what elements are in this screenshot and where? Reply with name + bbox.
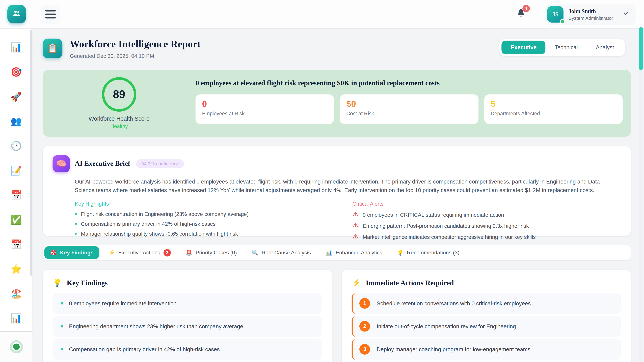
page-scrollbar-track[interactable] <box>639 29 643 362</box>
immediate-actions-card-title: Immediate Actions Required <box>366 279 454 287</box>
tab-priority-cases[interactable]: 🚨 Priority Cases (0) <box>180 246 243 259</box>
tab-recommendations[interactable]: 💡 Recommendations (3) <box>391 246 465 259</box>
bullet-dot <box>75 213 77 215</box>
main-content: 📋 Workforce Intelligence Report Generate… <box>33 29 644 362</box>
health-score-value: 89 <box>113 88 125 101</box>
user-menu[interactable]: JS John Smith System Administrator <box>545 3 636 25</box>
ai-brief-title: AI Executive Brief <box>75 160 130 168</box>
highlight-item: Manager relationship quality shows -0.65… <box>75 231 352 237</box>
section-tabs: 🎯 Key Findings ⚡ Executive Actions 3 🚨 P… <box>43 245 631 260</box>
sidebar-footer <box>0 331 32 362</box>
stat-cost-at-risk: $0 Cost at Risk <box>340 94 478 124</box>
sidebar: 📊 🎯 🚀 👥 🕐 📝 📅 ✅ 📅 ⭐ 🏖️ 📊 <box>0 29 33 362</box>
confidence-badge: 94.3% confidence <box>136 159 184 168</box>
stat-value: 5 <box>491 99 616 109</box>
step-number-badge: 3 <box>360 344 370 355</box>
sidebar-item-goals[interactable]: 🎯 <box>10 67 22 77</box>
finding-row: Engineering department shows 23% higher … <box>52 316 322 337</box>
sidebar-item-analytics[interactable]: 📊 <box>10 43 22 53</box>
generated-timestamp: Generated Dec 30, 2025, 04:10 PM <box>70 53 200 59</box>
sidebar-nav: 📊 🎯 🚀 👥 🕐 📝 📅 ✅ 📅 ⭐ 🏖️ 📊 <box>0 29 32 331</box>
page-title: Workforce Intelligence Report <box>70 38 200 50</box>
lightning-icon: ⚡ <box>352 278 361 287</box>
user-name: John Smith <box>568 8 613 14</box>
notifications-button[interactable]: 1 <box>516 8 526 20</box>
tab-enhanced-analytics[interactable]: 📊 Enhanced Analytics <box>320 246 388 259</box>
avatar-initials: JS <box>552 11 558 17</box>
connection-status-icon[interactable] <box>10 340 23 353</box>
sidebar-scrollbar[interactable] <box>30 29 32 276</box>
tab-executive-actions[interactable]: ⚡ Executive Actions 3 <box>103 246 176 259</box>
siren-icon: 🚨 <box>186 250 192 256</box>
view-switcher: Executive Technical Analyst <box>500 38 625 56</box>
stat-departments-affected: 5 Departments Affected <box>484 94 623 124</box>
finding-row: 0 employees require immediate interventi… <box>52 293 322 314</box>
sidebar-item-calendar[interactable]: 📅 <box>10 190 22 200</box>
stat-label: Departments Affected <box>491 111 616 116</box>
warning-icon <box>352 222 358 229</box>
key-findings-card: 💡 Key Findings 0 employees require immed… <box>43 270 332 362</box>
actions-count-badge: 3 <box>164 249 171 256</box>
alert-item: Emerging pattern: Post-promotion candida… <box>352 222 621 229</box>
health-score-status: Healthy <box>110 123 128 129</box>
online-status-dot <box>560 18 565 24</box>
sidebar-item-reports[interactable]: 📊 <box>10 314 22 324</box>
magnifier-icon: 🔍 <box>252 250 258 256</box>
sidebar-item-leave[interactable]: 🏖️ <box>10 289 22 299</box>
action-row: 3 Deploy manager coaching program for lo… <box>352 339 621 360</box>
sidebar-item-time[interactable]: 🕐 <box>10 141 22 151</box>
highlight-item: Flight risk concentration in Engineering… <box>75 211 352 217</box>
user-role: System Administrator <box>568 15 613 20</box>
highlight-item: Compensation is primary driver in 42% of… <box>75 221 352 227</box>
stat-label: Cost at Risk <box>346 111 472 116</box>
view-tab-technical[interactable]: Technical <box>546 40 587 54</box>
lightbulb-icon: 💡 <box>397 250 404 256</box>
people-logo-icon <box>11 8 22 20</box>
stat-label: Employees at Risk <box>202 111 328 116</box>
sidebar-item-notes[interactable]: 📝 <box>10 166 22 176</box>
tab-key-findings[interactable]: 🎯 Key Findings <box>44 246 99 259</box>
stat-value: 0 <box>202 99 328 109</box>
tab-root-cause-analysis[interactable]: 🔍 Root Cause Analysis <box>246 246 317 259</box>
immediate-actions-card: ⚡ Immediate Actions Required 1 Schedule … <box>342 270 631 362</box>
avatar: JS <box>547 6 564 22</box>
health-score-banner: 89 Workforce Health Score Healthy 0 empl… <box>43 70 631 137</box>
step-number-badge: 1 <box>360 298 370 309</box>
stat-value: $0 <box>346 99 472 109</box>
sidebar-item-schedule[interactable]: 📅 <box>10 240 22 250</box>
stat-employees-at-risk: 0 Employees at Risk <box>196 94 334 124</box>
view-tab-analyst[interactable]: Analyst <box>587 40 623 54</box>
bullet-dot <box>75 233 77 235</box>
target-icon: 🎯 <box>50 250 57 256</box>
ai-executive-brief-card: 🧠 AI Executive Brief 94.3% confidence Ou… <box>43 146 631 236</box>
page-scrollbar-thumb[interactable] <box>639 27 643 70</box>
bullet-dot <box>61 325 63 328</box>
banner-headline: 0 employees at elevated flight risk repr… <box>196 79 623 87</box>
notification-count-badge: 1 <box>522 5 530 12</box>
key-findings-card-title: Key Findings <box>67 279 108 287</box>
menu-toggle-button[interactable] <box>41 5 60 24</box>
health-score-label: Workforce Health Score <box>89 115 150 122</box>
alert-item: 0 employees in CRITICAL status requiring… <box>352 211 621 218</box>
key-highlights-title: Key Highlights <box>75 201 352 207</box>
app-viewport: 1 JS John Smith System Administrator 📊 🎯… <box>0 0 644 362</box>
finding-row: Compensation gap is primary driver in 42… <box>52 339 322 360</box>
chevron-down-icon <box>622 10 629 18</box>
critical-alerts-title: Critical Alerts <box>352 201 621 207</box>
bullet-dot <box>61 302 63 305</box>
app-logo[interactable] <box>8 5 26 23</box>
action-row: 2 Initiate out-of-cycle compensation rev… <box>352 316 621 337</box>
header-divider <box>538 9 538 19</box>
action-row: 1 Schedule retention conversations with … <box>352 293 621 314</box>
ai-brief-summary: Our AI-powered workforce analysis has id… <box>75 178 621 194</box>
view-tab-executive[interactable]: Executive <box>502 40 546 54</box>
sidebar-item-favorites[interactable]: ⭐ <box>10 264 22 274</box>
warning-icon <box>352 233 358 241</box>
health-score-block: 89 Workforce Health Score Healthy <box>43 70 196 137</box>
sidebar-item-growth[interactable]: 🚀 <box>10 92 22 102</box>
sidebar-item-people[interactable]: 👥 <box>10 117 22 126</box>
report-header: 📋 Workforce Intelligence Report Generate… <box>43 38 625 59</box>
sidebar-item-tasks[interactable]: ✅ <box>10 215 22 225</box>
bullet-dot <box>61 348 63 351</box>
bar-chart-icon: 📊 <box>326 250 332 256</box>
